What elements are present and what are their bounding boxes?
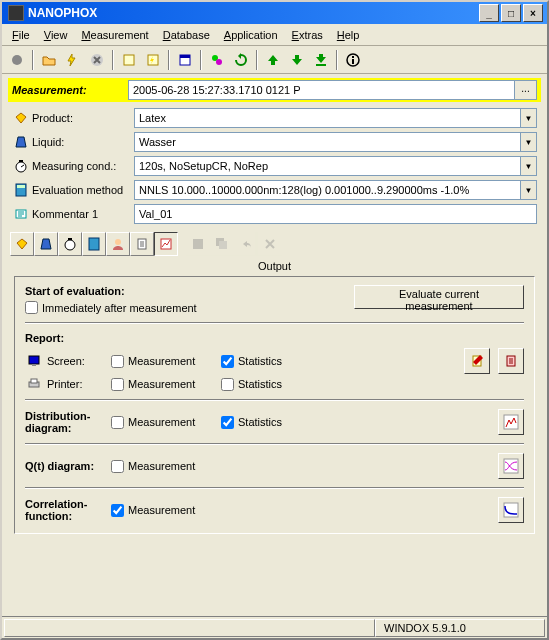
menu-extras[interactable]: Extras — [286, 27, 329, 43]
cond-row: Measuring cond.: 120s, NoSetupCR, NoRep▼ — [8, 154, 541, 178]
dist-meas-checkbox[interactable]: Measurement — [111, 416, 221, 429]
screen-icon — [25, 354, 43, 368]
svg-point-0 — [12, 55, 22, 65]
corr-meas-checkbox[interactable]: Measurement — [111, 504, 221, 517]
qt-label: Q(t) diagram: — [25, 460, 111, 472]
close-button[interactable]: × — [523, 4, 543, 22]
menubar: File View Measurement Database Applicati… — [2, 24, 547, 46]
screen-label: Screen: — [47, 355, 111, 367]
tab-person-icon[interactable] — [106, 232, 130, 256]
minimize-button[interactable]: _ — [479, 4, 499, 22]
dist-chart-button[interactable] — [498, 409, 524, 435]
refresh-icon[interactable] — [230, 49, 252, 71]
tab-chart-icon[interactable] — [154, 232, 178, 256]
liquid-icon — [12, 134, 30, 150]
info-icon[interactable] — [342, 49, 364, 71]
product-field[interactable]: Latex — [134, 108, 521, 128]
start-label: Start of evaluation: — [25, 285, 209, 297]
record-icon[interactable] — [6, 49, 28, 71]
report-label: Report: — [25, 332, 524, 344]
toolbar — [2, 46, 547, 74]
tab-document-icon[interactable] — [130, 232, 154, 256]
dist-label-2: diagram: — [25, 422, 111, 434]
cancel-icon[interactable] — [86, 49, 108, 71]
comment-icon — [12, 206, 30, 222]
comment-field[interactable] — [134, 204, 537, 224]
cond-dropdown-button[interactable]: ▼ — [521, 156, 537, 176]
corr-chart-button[interactable] — [498, 497, 524, 523]
svg-point-17 — [65, 240, 75, 250]
screen-meas-checkbox[interactable]: Measurement — [111, 355, 221, 368]
down-arrow-icon[interactable] — [286, 49, 308, 71]
evaluate-button[interactable]: Evaluate current measurement — [354, 285, 524, 309]
qt-chart-button[interactable] — [498, 453, 524, 479]
undo-icon — [234, 232, 258, 256]
dist-label-1: Distribution- — [25, 410, 111, 422]
window-icon[interactable] — [174, 49, 196, 71]
tab-calculator-icon[interactable] — [82, 232, 106, 256]
svg-rect-31 — [31, 379, 37, 383]
report-edit-button[interactable] — [464, 348, 490, 374]
saveall-icon — [210, 232, 234, 256]
immediately-checkbox[interactable]: Immediately after measurement — [25, 301, 197, 314]
menu-view[interactable]: View — [38, 27, 74, 43]
window-buttons: _ □ × — [479, 4, 543, 22]
menu-application[interactable]: Application — [218, 27, 284, 43]
menu-help[interactable]: Help — [331, 27, 366, 43]
measurement-highlight: Measurement: ... — [8, 78, 541, 102]
measurement-input[interactable] — [128, 80, 515, 100]
corr-label-2: function: — [25, 510, 111, 522]
circles-icon[interactable] — [206, 49, 228, 71]
eval-label: Evaluation method — [32, 184, 134, 196]
down-bar-icon[interactable] — [310, 49, 332, 71]
comment-row: Kommentar 1 — [8, 202, 541, 226]
measurement-browse-button[interactable]: ... — [515, 80, 537, 100]
measurement-label: Measurement: — [12, 84, 128, 96]
screen-stats-checkbox[interactable]: Statistics — [221, 355, 331, 368]
product-dropdown-button[interactable]: ▼ — [521, 108, 537, 128]
svg-rect-26 — [29, 356, 39, 364]
maximize-button[interactable]: □ — [501, 4, 521, 22]
printer-icon — [25, 377, 43, 391]
menu-database[interactable]: Database — [157, 27, 216, 43]
svg-rect-11 — [352, 56, 354, 58]
tab-liquid-icon[interactable] — [34, 232, 58, 256]
qt-meas-checkbox[interactable]: Measurement — [111, 460, 221, 473]
liquid-row: Liquid: Wasser▼ — [8, 130, 541, 154]
dist-stats-checkbox[interactable]: Statistics — [221, 416, 331, 429]
svg-rect-2 — [124, 55, 134, 65]
printer-stats-checkbox[interactable]: Statistics — [221, 378, 331, 391]
window-title: NANOPHOX — [28, 6, 479, 20]
eval-row: Evaluation method NNLS 10.000..10000.000… — [8, 178, 541, 202]
tab-stopwatch-icon[interactable] — [58, 232, 82, 256]
svg-rect-13 — [19, 160, 23, 162]
product-icon — [12, 110, 30, 126]
liquid-dropdown-button[interactable]: ▼ — [521, 132, 537, 152]
svg-rect-10 — [352, 59, 354, 64]
open-folder-icon[interactable] — [38, 49, 60, 71]
corr-label-1: Correlation- — [25, 498, 111, 510]
report-view-button[interactable] — [498, 348, 524, 374]
product-row: Product: Latex▼ — [8, 106, 541, 130]
menu-file[interactable]: File — [6, 27, 36, 43]
eval-dropdown-button[interactable]: ▼ — [521, 180, 537, 200]
printer-meas-checkbox[interactable]: Measurement — [111, 378, 221, 391]
tab-product-icon[interactable] — [10, 232, 34, 256]
svg-point-20 — [115, 239, 121, 245]
svg-rect-27 — [32, 364, 36, 366]
up-arrow-icon[interactable] — [262, 49, 284, 71]
delete-icon — [258, 232, 282, 256]
note-lightning-icon[interactable] — [142, 49, 164, 71]
calculator-icon — [12, 182, 30, 198]
statusbar: WINDOX 5.9.1.0 — [2, 616, 547, 638]
liquid-field[interactable]: Wasser — [134, 132, 521, 152]
eval-field[interactable]: NNLS 10.000..10000.000nm:128(log) 0.0010… — [134, 180, 521, 200]
status-cell-1 — [4, 619, 375, 637]
svg-rect-18 — [68, 238, 72, 240]
content-area: Measurement: ... Product: Latex▼ Liquid:… — [2, 74, 547, 616]
menu-measurement[interactable]: Measurement — [75, 27, 154, 43]
lightning-icon[interactable] — [62, 49, 84, 71]
note-icon[interactable] — [118, 49, 140, 71]
cond-field[interactable]: 120s, NoSetupCR, NoRep — [134, 156, 521, 176]
svg-rect-5 — [180, 55, 190, 58]
